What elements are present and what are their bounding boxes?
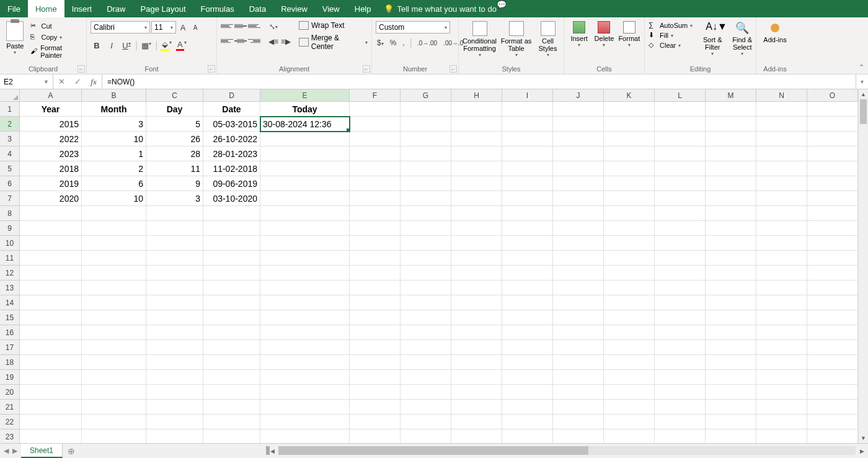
scroll-down-button[interactable]: ▼ bbox=[859, 433, 868, 443]
cell-L12[interactable] bbox=[655, 266, 706, 281]
cell-C12[interactable] bbox=[146, 266, 203, 281]
cell-K17[interactable] bbox=[604, 340, 655, 355]
cell-O18[interactable] bbox=[807, 355, 858, 370]
horizontal-scrollbar[interactable]: ◀ ▶ bbox=[266, 444, 868, 458]
cell-M23[interactable] bbox=[706, 429, 756, 443]
cell-N19[interactable] bbox=[756, 370, 807, 385]
cell-K18[interactable] bbox=[604, 355, 655, 370]
cell-F17[interactable] bbox=[350, 340, 401, 355]
cell-H11[interactable] bbox=[451, 251, 502, 266]
cell-G15[interactable] bbox=[401, 310, 451, 325]
cell-H16[interactable] bbox=[451, 325, 502, 340]
cell-C10[interactable] bbox=[146, 236, 203, 251]
cell-A14[interactable] bbox=[20, 295, 82, 310]
cell-N7[interactable] bbox=[756, 191, 807, 206]
cell-B6[interactable]: 6 bbox=[82, 176, 146, 191]
formula-input[interactable]: =NOW() bbox=[102, 74, 856, 89]
cell-N16[interactable] bbox=[756, 325, 807, 340]
cell-N23[interactable] bbox=[756, 429, 807, 443]
cell-H6[interactable] bbox=[451, 176, 502, 191]
cell-G14[interactable] bbox=[401, 295, 451, 310]
cell-F9[interactable] bbox=[350, 221, 401, 236]
cell-M19[interactable] bbox=[706, 370, 756, 385]
cell-I20[interactable] bbox=[502, 385, 553, 400]
cell-I2[interactable] bbox=[502, 117, 553, 132]
cell-L23[interactable] bbox=[655, 429, 706, 443]
cell-E17[interactable] bbox=[260, 340, 350, 355]
row-header-3[interactable]: 3 bbox=[0, 132, 19, 146]
row-header-8[interactable]: 8 bbox=[0, 206, 19, 221]
cell-J16[interactable] bbox=[553, 325, 604, 340]
cell-B16[interactable] bbox=[82, 325, 146, 340]
cell-O3[interactable] bbox=[807, 132, 858, 146]
cell-O12[interactable] bbox=[807, 266, 858, 281]
cell-K22[interactable] bbox=[604, 415, 655, 429]
cell-L19[interactable] bbox=[655, 370, 706, 385]
cell-C16[interactable] bbox=[146, 325, 203, 340]
cell-J15[interactable] bbox=[553, 310, 604, 325]
row-header-11[interactable]: 11 bbox=[0, 251, 19, 266]
cell-O20[interactable] bbox=[807, 385, 858, 400]
cell-E14[interactable] bbox=[260, 295, 350, 310]
cell-M11[interactable] bbox=[706, 251, 756, 266]
clear-button[interactable]: ◇Clear ▾ bbox=[649, 41, 693, 50]
cell-F18[interactable] bbox=[350, 355, 401, 370]
cell-L16[interactable] bbox=[655, 325, 706, 340]
cell-E1[interactable]: Today bbox=[260, 102, 350, 117]
cell-J23[interactable] bbox=[553, 429, 604, 443]
cell-C14[interactable] bbox=[146, 295, 203, 310]
hscroll-thumb[interactable] bbox=[278, 446, 588, 455]
insert-cells-button[interactable]: Insert▾ bbox=[568, 21, 590, 48]
cell-F23[interactable] bbox=[350, 429, 401, 443]
cell-B13[interactable] bbox=[82, 281, 146, 295]
row-header-10[interactable]: 10 bbox=[0, 236, 19, 251]
cell-F20[interactable] bbox=[350, 385, 401, 400]
cell-A12[interactable] bbox=[20, 266, 82, 281]
cell-I11[interactable] bbox=[502, 251, 553, 266]
cell-J8[interactable] bbox=[553, 206, 604, 221]
cell-B19[interactable] bbox=[82, 370, 146, 385]
cell-F2[interactable] bbox=[350, 117, 401, 132]
cell-M20[interactable] bbox=[706, 385, 756, 400]
cell-E19[interactable] bbox=[260, 370, 350, 385]
insert-function-button[interactable]: fx bbox=[86, 77, 102, 87]
row-header-18[interactable]: 18 bbox=[0, 355, 19, 370]
cell-E9[interactable] bbox=[260, 221, 350, 236]
decrease-indent-button[interactable]: ◀≡ bbox=[268, 36, 279, 47]
cell-B5[interactable]: 2 bbox=[82, 161, 146, 176]
row-header-15[interactable]: 15 bbox=[0, 310, 19, 325]
fill-color-button[interactable]: ⬙▾ bbox=[160, 40, 172, 51]
cell-H2[interactable] bbox=[451, 117, 502, 132]
column-header-M[interactable]: M bbox=[706, 89, 756, 101]
cell-O5[interactable] bbox=[807, 161, 858, 176]
cell-C15[interactable] bbox=[146, 310, 203, 325]
cell-E18[interactable] bbox=[260, 355, 350, 370]
cell-H15[interactable] bbox=[451, 310, 502, 325]
cell-L17[interactable] bbox=[655, 340, 706, 355]
cell-C20[interactable] bbox=[146, 385, 203, 400]
cell-F5[interactable] bbox=[350, 161, 401, 176]
cell-K2[interactable] bbox=[604, 117, 655, 132]
cell-B4[interactable]: 1 bbox=[82, 146, 146, 161]
cell-F19[interactable] bbox=[350, 370, 401, 385]
cell-N17[interactable] bbox=[756, 340, 807, 355]
cell-A2[interactable]: 2015 bbox=[20, 117, 82, 132]
cell-B22[interactable] bbox=[82, 415, 146, 429]
cell-I13[interactable] bbox=[502, 281, 553, 295]
cell-F6[interactable] bbox=[350, 176, 401, 191]
cell-D16[interactable] bbox=[203, 325, 260, 340]
cell-D7[interactable]: 03-10-2020 bbox=[203, 191, 260, 206]
cell-N22[interactable] bbox=[756, 415, 807, 429]
cell-A23[interactable] bbox=[20, 429, 82, 443]
cell-K8[interactable] bbox=[604, 206, 655, 221]
cell-A18[interactable] bbox=[20, 355, 82, 370]
cell-A15[interactable] bbox=[20, 310, 82, 325]
vscroll-thumb[interactable] bbox=[860, 99, 867, 124]
clipboard-launcher[interactable]: ⌐ bbox=[78, 65, 85, 73]
cell-F14[interactable] bbox=[350, 295, 401, 310]
cell-G11[interactable] bbox=[401, 251, 451, 266]
cell-J9[interactable] bbox=[553, 221, 604, 236]
cell-D2[interactable]: 05-03-2015 bbox=[203, 117, 260, 132]
cell-D1[interactable]: Date bbox=[203, 102, 260, 117]
cell-M8[interactable] bbox=[706, 206, 756, 221]
